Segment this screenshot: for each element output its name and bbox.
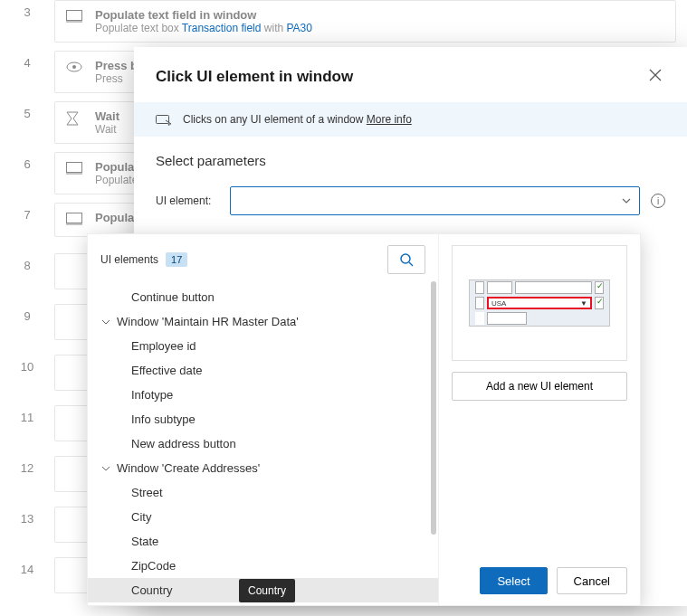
step-number: 14: [0, 557, 54, 576]
step-icon: [66, 111, 82, 128]
tree-item[interactable]: Save button: [88, 602, 438, 605]
ui-elements-count: 17: [166, 252, 187, 267]
tree-item[interactable]: Infotype: [88, 383, 438, 407]
info-bar: Clicks on any UI element of a window Mor…: [134, 102, 687, 137]
step-number: 5: [0, 101, 54, 120]
step-number: 12: [0, 456, 54, 475]
svg-rect-0: [67, 11, 82, 21]
step-number: 11: [0, 405, 54, 424]
tree-item[interactable]: Employee id: [88, 334, 438, 358]
element-preview: ✓ USA▼ ✓: [452, 245, 627, 361]
tooltip: Country: [239, 579, 295, 602]
close-icon: [649, 69, 662, 81]
close-button[interactable]: [645, 65, 665, 88]
tree-group[interactable]: Window 'Create Addresses': [88, 456, 438, 480]
ui-element-tree: Continue buttonWindow 'Maintain HR Maste…: [88, 285, 438, 605]
chevron-down-icon: [101, 464, 110, 473]
tree-item[interactable]: Continue button: [88, 285, 438, 309]
add-ui-element-button[interactable]: Add a new UI element: [452, 372, 627, 401]
step-number: 9: [0, 304, 54, 323]
search-button[interactable]: [387, 245, 425, 274]
step-icon: [66, 213, 82, 229]
step-icon: [66, 10, 82, 26]
section-select-parameters: Select parameters: [156, 153, 665, 168]
step-number: 10: [0, 355, 54, 374]
tree-item[interactable]: ZipCode: [88, 554, 438, 578]
step-title: Populate text field in window: [95, 8, 664, 22]
ui-element-dropdown: UI elements 17 Continue buttonWindow 'Ma…: [87, 233, 641, 606]
tree-item[interactable]: State: [88, 529, 438, 554]
click-icon: [156, 113, 172, 126]
tree-item[interactable]: Street: [88, 480, 438, 505]
step-number: 13: [0, 507, 54, 526]
select-button[interactable]: Select: [480, 567, 547, 594]
svg-rect-6: [67, 213, 82, 223]
ui-elements-header: UI elements: [100, 253, 158, 266]
tree-item[interactable]: City: [88, 505, 438, 529]
ui-element-label: UI element:: [156, 194, 219, 207]
svg-point-3: [72, 65, 76, 69]
step-number: 7: [0, 203, 54, 222]
tree-group[interactable]: Window 'Maintain HR Master Data': [88, 309, 438, 334]
tree-item[interactable]: New address button: [88, 431, 438, 456]
tree-item[interactable]: Effective date: [88, 358, 438, 383]
info-icon[interactable]: i: [651, 194, 665, 208]
step-icon: [66, 162, 82, 178]
tree-item[interactable]: Info subtype: [88, 407, 438, 431]
more-info-link[interactable]: More info: [367, 113, 412, 126]
step-subtitle: Populate text box Transaction field with…: [95, 22, 664, 34]
cancel-button[interactable]: Cancel: [557, 567, 627, 594]
step-number: 3: [0, 0, 54, 19]
flow-step[interactable]: 3 Populate text field in window Populate…: [0, 0, 687, 51]
modal-title: Click UI element in window: [156, 68, 353, 86]
ui-element-select[interactable]: [230, 186, 640, 215]
step-number: 4: [0, 51, 54, 70]
step-number: 6: [0, 152, 54, 171]
svg-rect-8: [157, 116, 169, 124]
svg-rect-4: [67, 163, 82, 173]
step-icon: [66, 61, 82, 77]
step-number: 8: [0, 253, 54, 272]
scrollbar[interactable]: [431, 281, 436, 535]
svg-point-9: [401, 254, 410, 263]
search-icon: [399, 252, 414, 267]
chevron-down-icon: [621, 195, 632, 206]
chevron-down-icon: [101, 317, 110, 327]
